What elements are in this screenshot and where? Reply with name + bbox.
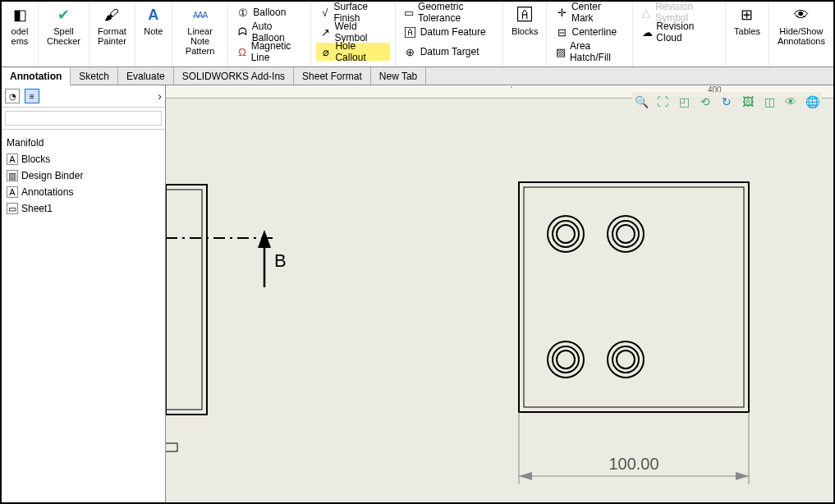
model-items-button[interactable]: ◧ odelems	[7, 3, 33, 48]
format-painter-button[interactable]: 🖌 FormatPainter	[94, 3, 130, 48]
note-icon: A	[144, 5, 163, 25]
datum-target-icon: ⊕	[404, 45, 417, 58]
sheet-icon: ▭	[7, 203, 18, 214]
tab-sketch[interactable]: Sketch	[71, 67, 118, 85]
auto-balloon-button[interactable]: ᗣ Auto Balloon	[233, 23, 305, 41]
tree-blocks-label: Blocks	[21, 153, 50, 165]
tree-filter-input[interactable]	[5, 111, 162, 126]
hole-callout-button[interactable]: ⌀ Hole Callout	[316, 43, 390, 61]
format-painter-icon: 🖌	[102, 5, 122, 25]
spell-checker-button[interactable]: ✔ SpellChecker	[44, 3, 84, 48]
tree-root[interactable]: Manifold	[5, 135, 162, 151]
svg-point-4	[557, 225, 575, 243]
hole-callout-label: Hole Callout	[335, 40, 386, 63]
blocks-label: Blocks	[512, 26, 538, 36]
model-items-icon: ◧	[10, 5, 30, 25]
datum-feature-icon: 🄰	[404, 25, 417, 39]
hole-top-right	[608, 216, 644, 252]
design-binder-icon: ▥	[7, 170, 18, 181]
panel-tab-2[interactable]: ≡	[25, 89, 39, 103]
center-mark-label: Center Mark	[571, 1, 624, 24]
hole-callout-icon: ⌀	[319, 45, 332, 58]
geometric-tolerance-button[interactable]: ▭ Geometric Tolerance	[401, 3, 498, 21]
weld-symbol-icon: ↗	[319, 25, 331, 39]
revision-symbol-button[interactable]: △ Revision Symbol	[638, 3, 720, 21]
magnetic-line-button[interactable]: Ω Magnetic Line	[233, 43, 305, 61]
datum-feature-label: Datum Feature	[420, 26, 486, 38]
left-view-outer	[166, 185, 207, 415]
balloon-label: Balloon	[253, 7, 286, 18]
tab-sheet-format[interactable]: Sheet Format	[294, 67, 371, 85]
tab-annotation[interactable]: Annotation	[2, 68, 71, 85]
geometric-tolerance-icon: ▭	[404, 6, 415, 19]
tree-sheet1-label: Sheet1	[21, 203, 53, 214]
balloon-icon: ①	[236, 6, 250, 19]
drawing-canvas[interactable]: ' 400 🔍 ⛶ ◰ ⟲ ↻ 🖼 ◫ 👁 🌐 B	[166, 85, 833, 502]
dimension-100-text: 100.00	[608, 455, 658, 473]
hide-show-label: Hide/ShowAnnotations	[778, 26, 825, 46]
section-label: B	[274, 250, 287, 271]
plate-view	[519, 182, 749, 412]
panel-expander[interactable]: ›	[158, 89, 162, 103]
feature-tree: Manifold A Blocks ▥ Design Binder A Anno…	[2, 130, 165, 222]
magnetic-line-label: Magnetic Line	[251, 40, 302, 63]
model-items-label: odelems	[11, 26, 29, 46]
revision-cloud-label: Revision Cloud	[656, 21, 717, 44]
main-area: ◔ ≡ › Manifold A Blocks ▥ Design Binder …	[2, 85, 833, 502]
spell-checker-label: SpellChecker	[47, 26, 80, 46]
area-hatch-icon: ▨	[555, 45, 566, 58]
surface-finish-icon: √	[319, 6, 330, 19]
tab-evaluate[interactable]: Evaluate	[118, 67, 174, 85]
svg-point-13	[617, 351, 635, 369]
feature-tree-panel: ◔ ≡ › Manifold A Blocks ▥ Design Binder …	[2, 85, 166, 502]
drawing-area[interactable]: B	[166, 99, 833, 502]
tree-design-binder[interactable]: ▥ Design Binder	[5, 167, 162, 184]
tables-icon: ⊞	[737, 5, 757, 25]
balloon-button[interactable]: ① Balloon	[233, 3, 305, 21]
panel-tab-1[interactable]: ◔	[5, 89, 20, 103]
ruler-tick: '	[511, 85, 512, 99]
note-button[interactable]: A Note	[140, 3, 167, 38]
weld-symbol-button[interactable]: ↗ Weld Symbol	[316, 23, 390, 41]
command-tabs: Annotation Sketch Evaluate SOLIDWORKS Ad…	[2, 67, 833, 85]
annotations-símbolo-icon: A	[7, 186, 18, 198]
linear-note-pattern-label: Linear NotePattern	[181, 26, 219, 56]
svg-marker-17	[519, 472, 532, 480]
tree-sheet1[interactable]: ▭ Sheet1	[5, 200, 162, 217]
datum-target-button[interactable]: ⊕ Datum Target	[401, 43, 498, 61]
blocks-icon: 🄰	[515, 5, 534, 25]
hole-bottom-left	[548, 341, 584, 378]
tab-addins[interactable]: SOLIDWORKS Add-Ins	[174, 67, 294, 85]
area-hatch-button[interactable]: ▨ Area Hatch/Fill	[552, 43, 626, 61]
datum-feature-button[interactable]: 🄰 Datum Feature	[401, 23, 498, 41]
tree-annotations[interactable]: A Annotations	[5, 184, 162, 200]
geometric-tolerance-label: Geometric Tolerance	[418, 1, 494, 24]
ribbon: ◧ odelems ✔ SpellChecker 🖌 FormatPainter…	[2, 2, 833, 67]
revision-symbol-icon: △	[641, 6, 652, 19]
note-label: Note	[144, 26, 163, 36]
hole-top-left	[548, 216, 584, 252]
center-mark-button[interactable]: ✛ Center Mark	[552, 3, 626, 21]
tree-blocks[interactable]: A Blocks	[5, 151, 162, 167]
svg-marker-18	[736, 472, 749, 480]
linear-note-pattern-button[interactable]: AAA Linear NotePattern	[177, 3, 223, 57]
left-view-inner	[166, 190, 202, 410]
surface-finish-button[interactable]: √ Surface Finish	[316, 3, 390, 21]
tree-filter	[2, 108, 165, 130]
svg-point-10	[557, 351, 575, 369]
revision-cloud-icon: ☁	[641, 25, 654, 39]
centerline-button[interactable]: ⊟ Centerline	[552, 23, 626, 41]
auto-balloon-icon: ᗣ	[236, 25, 248, 39]
linear-note-pattern-icon: AAA	[190, 5, 210, 25]
tab-new-tab[interactable]: New Tab	[371, 67, 426, 85]
hide-show-icon: 👁	[791, 5, 811, 25]
hide-show-annotations-button[interactable]: 👁 Hide/ShowAnnotations	[774, 3, 828, 48]
tree-design-binder-label: Design Binder	[21, 170, 83, 181]
revision-cloud-button[interactable]: ☁ Revision Cloud	[638, 23, 720, 41]
drawing-svg: B	[166, 99, 833, 502]
dimension-100: 100.00	[519, 412, 749, 484]
datum-target-label: Datum Target	[420, 46, 479, 57]
blocks-button[interactable]: 🄰 Blocks	[508, 3, 541, 38]
tree-annotations-label: Annotations	[21, 186, 73, 198]
tables-button[interactable]: ⊞ Tables	[731, 3, 764, 38]
